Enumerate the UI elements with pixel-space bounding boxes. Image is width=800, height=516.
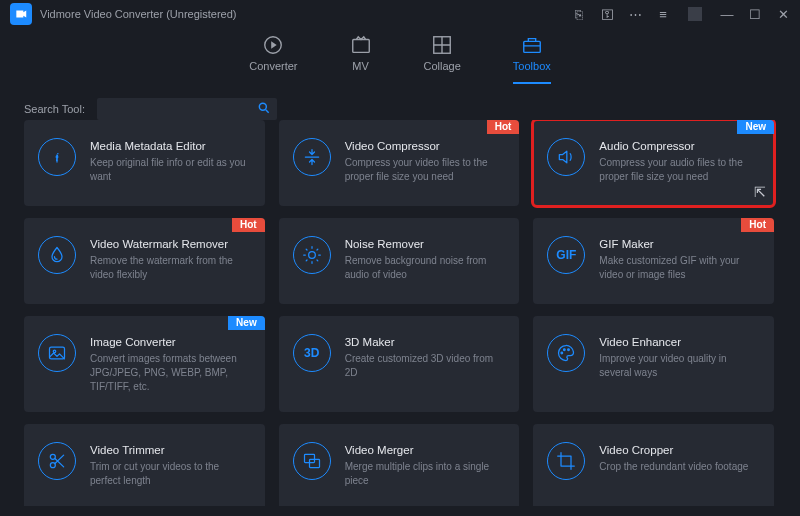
tool-title: Audio Compressor [599, 140, 760, 152]
tool-description: Improve your video quality in several wa… [599, 352, 760, 380]
tab-label: Collage [424, 60, 461, 72]
tool-title: Video Compressor [345, 140, 506, 152]
tool-body: Video EnhancerImprove your video quality… [599, 336, 760, 394]
tool-title: Media Metadata Editor [90, 140, 251, 152]
tool-card[interactable]: Video CropperCrop the redundant video fo… [533, 424, 774, 506]
search-box[interactable] [97, 98, 277, 120]
3d-icon: 3D [293, 334, 331, 372]
tool-description: Keep original file info or edit as you w… [90, 156, 251, 184]
search-input[interactable] [103, 103, 257, 115]
image-icon [38, 334, 76, 372]
tool-card[interactable]: Video EnhancerImprove your video quality… [533, 316, 774, 412]
tab-collage[interactable]: Collage [424, 34, 461, 84]
tool-card[interactable]: HotGIFGIF MakerMake customized GIF with … [533, 218, 774, 304]
cart-icon[interactable]: ⎘ [572, 7, 586, 22]
tool-description: Merge multiple clips into a single piece [345, 460, 506, 488]
svg-point-10 [53, 350, 56, 353]
minimize-button[interactable]: — [720, 7, 734, 22]
gif-icon: GIF [547, 236, 585, 274]
tool-title: Video Watermark Remover [90, 238, 251, 250]
tool-body: Video CompressorCompress your video file… [345, 140, 506, 188]
tab-label: Converter [249, 60, 297, 72]
tool-title: Video Trimmer [90, 444, 251, 456]
tool-body: 3D MakerCreate customized 3D video from … [345, 336, 506, 394]
tool-description: Create customized 3D video from 2D [345, 352, 506, 380]
svg-marker-1 [272, 41, 278, 48]
tools-grid: iMedia Metadata EditorKeep original file… [24, 120, 774, 506]
crop-icon [547, 442, 585, 480]
converter-icon [262, 34, 284, 56]
maximize-button[interactable]: ☐ [748, 7, 762, 22]
tab-label: Toolbox [513, 60, 551, 72]
collage-icon [431, 34, 453, 56]
tool-body: Image ConverterConvert images formats be… [90, 336, 251, 394]
expand-icon[interactable]: ⇱ [754, 184, 766, 200]
svg-point-5 [259, 103, 266, 110]
new-badge: New [228, 316, 265, 330]
tab-mv[interactable]: MV [350, 34, 372, 84]
tool-title: Noise Remover [345, 238, 506, 250]
tool-description: Remove the watermark from the video flex… [90, 254, 251, 282]
tool-body: Noise RemoverRemove background noise fro… [345, 238, 506, 286]
close-button[interactable]: ✕ [776, 7, 790, 22]
svg-rect-2 [352, 40, 369, 53]
tool-description: Crop the redundant video footage [599, 460, 748, 474]
tab-converter[interactable]: Converter [249, 34, 297, 84]
mic-icon [293, 236, 331, 274]
svg-point-13 [568, 349, 570, 351]
tool-card[interactable]: 3D3D MakerCreate customized 3D video fro… [279, 316, 520, 412]
merge-icon [293, 442, 331, 480]
tool-body: Video MergerMerge multiple clips into a … [345, 444, 506, 492]
svg-point-11 [561, 352, 563, 354]
tool-description: Remove background noise from audio of vi… [345, 254, 506, 282]
tool-title: Video Enhancer [599, 336, 760, 348]
tool-body: Video Watermark RemoverRemove the waterm… [90, 238, 251, 286]
main-tabs: Converter MV Collage Toolbox [0, 28, 800, 84]
svg-point-12 [564, 349, 566, 351]
tab-toolbox[interactable]: Toolbox [513, 34, 551, 84]
tool-card[interactable]: HotVideo Watermark RemoverRemove the wat… [24, 218, 265, 304]
title-bar: Vidmore Video Converter (Unregistered) ⎘… [0, 0, 800, 28]
tool-card[interactable]: Video TrimmerTrim or cut your videos to … [24, 424, 265, 506]
tool-card[interactable]: NewImage ConverterConvert images formats… [24, 316, 265, 412]
tool-description: Trim or cut your videos to the perfect l… [90, 460, 251, 488]
tool-title: Video Cropper [599, 444, 748, 456]
app-logo [10, 3, 32, 25]
tool-title: 3D Maker [345, 336, 506, 348]
hot-badge: Hot [741, 218, 774, 232]
app-title: Vidmore Video Converter (Unregistered) [40, 8, 236, 20]
tool-description: Make customized GIF with your video or i… [599, 254, 760, 282]
toolbox-icon [521, 34, 543, 56]
tool-card[interactable]: iMedia Metadata EditorKeep original file… [24, 120, 265, 206]
tool-title: Video Merger [345, 444, 506, 456]
window-controls: ⎘ ⚿ ⋯ ≡ — ☐ ✕ [572, 7, 790, 22]
tool-card[interactable]: HotVideo CompressorCompress your video f… [279, 120, 520, 206]
palette-icon [547, 334, 585, 372]
mv-icon [350, 34, 372, 56]
tab-label: MV [352, 60, 369, 72]
tool-description: Convert images formats between JPG/JPEG,… [90, 352, 251, 394]
key-icon[interactable]: ⚿ [600, 7, 614, 22]
svg-rect-4 [524, 41, 541, 52]
tool-card[interactable]: NewAudio CompressorCompress your audio f… [533, 120, 774, 206]
tool-body: Video TrimmerTrim or cut your videos to … [90, 444, 251, 492]
droplet-icon [38, 236, 76, 274]
tool-description: Compress your audio files to the proper … [599, 156, 760, 184]
tool-card[interactable]: Noise RemoverRemove background noise fro… [279, 218, 520, 304]
tool-body: Media Metadata EditorKeep original file … [90, 140, 251, 188]
search-icon[interactable] [257, 101, 271, 118]
tools-scroll[interactable]: iMedia Metadata EditorKeep original file… [24, 120, 780, 506]
tool-body: Video CropperCrop the redundant video fo… [599, 444, 748, 492]
svg-text:i: i [55, 149, 59, 164]
tool-title: Image Converter [90, 336, 251, 348]
scissors-icon [38, 442, 76, 480]
audio-icon [547, 138, 585, 176]
new-badge: New [737, 120, 774, 134]
hot-badge: Hot [487, 120, 520, 134]
tool-card[interactable]: Video MergerMerge multiple clips into a … [279, 424, 520, 506]
search-label: Search Tool: [24, 103, 85, 115]
svg-point-8 [308, 252, 315, 259]
menu-icon[interactable]: ≡ [656, 7, 670, 22]
feedback-icon[interactable]: ⋯ [628, 7, 642, 22]
tool-description: Compress your video files to the proper … [345, 156, 506, 184]
